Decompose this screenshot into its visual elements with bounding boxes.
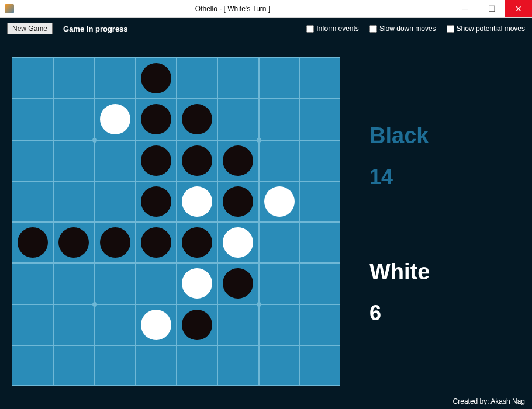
- board-cell[interactable]: [12, 99, 53, 140]
- checkbox-slow-down[interactable]: Slow down moves: [369, 25, 436, 33]
- board-cell[interactable]: [95, 222, 136, 263]
- board-cell[interactable]: [300, 345, 341, 386]
- board-cell[interactable]: [217, 58, 258, 99]
- checkbox-inform-events-input[interactable]: [306, 25, 314, 33]
- disc-white: [264, 186, 295, 217]
- checkbox-show-moves-input[interactable]: [447, 25, 454, 33]
- board-cell[interactable]: [177, 222, 217, 263]
- board-cell[interactable]: [12, 58, 53, 99]
- board-cell[interactable]: [136, 181, 177, 222]
- score-white-label: White: [369, 259, 532, 285]
- board-cell[interactable]: [217, 140, 258, 181]
- disc-black: [141, 104, 171, 134]
- checkbox-inform-events[interactable]: Inform events: [306, 25, 359, 33]
- board-cell[interactable]: [12, 181, 53, 222]
- board-cell[interactable]: [12, 345, 53, 386]
- board-cell[interactable]: [177, 263, 217, 304]
- board-cell[interactable]: [95, 263, 136, 304]
- board-cell[interactable]: [217, 99, 258, 140]
- disc-black: [58, 227, 89, 258]
- board-cell[interactable]: [300, 263, 341, 304]
- disc-black: [141, 145, 171, 176]
- board-cell[interactable]: [177, 140, 217, 181]
- board-cell[interactable]: [95, 181, 136, 222]
- board-cell[interactable]: [259, 304, 300, 345]
- board[interactable]: [12, 57, 340, 386]
- score-white: White 6: [369, 259, 532, 325]
- client-area: New Game Game in progress Inform events …: [0, 18, 532, 409]
- board-cell[interactable]: [53, 263, 94, 304]
- disc-black: [182, 104, 212, 134]
- board-cell[interactable]: [300, 58, 341, 99]
- board-cell[interactable]: [136, 222, 177, 263]
- disc-black: [141, 63, 171, 93]
- board-cell[interactable]: [136, 345, 177, 386]
- board-cell[interactable]: [259, 345, 300, 386]
- board-cell[interactable]: [259, 99, 300, 140]
- board-cell[interactable]: [53, 58, 94, 99]
- board-cell[interactable]: [95, 140, 136, 181]
- board-cell[interactable]: [95, 345, 136, 386]
- board-cell[interactable]: [217, 181, 258, 222]
- board-cell[interactable]: [53, 304, 94, 345]
- board-cell[interactable]: [95, 304, 136, 345]
- board-cell[interactable]: [217, 222, 258, 263]
- board-cell[interactable]: [259, 263, 300, 304]
- checkbox-label: Show potential moves: [457, 25, 525, 33]
- close-button[interactable]: ✕: [505, 0, 532, 17]
- disc-black: [141, 186, 171, 217]
- board-cell[interactable]: [136, 304, 177, 345]
- checkbox-show-moves[interactable]: Show potential moves: [447, 25, 525, 33]
- board-cell[interactable]: [53, 140, 94, 181]
- board-cell[interactable]: [177, 181, 217, 222]
- board-cell[interactable]: [217, 304, 258, 345]
- disc-black: [223, 186, 253, 217]
- window: Othello - [ White's Turn ] ─ ☐ ✕ New Gam…: [0, 0, 532, 409]
- board-cell[interactable]: [177, 304, 217, 345]
- main: Black 14 White 6 Created by: Akash Nag: [0, 40, 532, 409]
- credit: Created by: Akash Nag: [453, 397, 525, 405]
- board-cell[interactable]: [95, 99, 136, 140]
- minimize-button[interactable]: ─: [451, 0, 478, 17]
- board-cell[interactable]: [300, 140, 341, 181]
- disc-white: [100, 104, 130, 134]
- board-cell[interactable]: [12, 304, 53, 345]
- board-cell[interactable]: [300, 99, 341, 140]
- disc-black: [182, 310, 212, 340]
- maximize-button[interactable]: ☐: [478, 0, 505, 17]
- toolbar: New Game Game in progress Inform events …: [0, 18, 532, 40]
- board-cell[interactable]: [259, 58, 300, 99]
- disc-white: [223, 227, 253, 258]
- board-cell[interactable]: [53, 181, 94, 222]
- board-cell[interactable]: [12, 222, 53, 263]
- board-cell[interactable]: [95, 58, 136, 99]
- board-cell[interactable]: [217, 263, 258, 304]
- board-cell[interactable]: [259, 181, 300, 222]
- board-cell[interactable]: [300, 181, 341, 222]
- disc-black: [141, 227, 171, 258]
- disc-white: [182, 186, 212, 217]
- window-title: Othello - [ White's Turn ]: [14, 5, 451, 13]
- new-game-button[interactable]: New Game: [7, 23, 53, 34]
- board-cell[interactable]: [300, 304, 341, 345]
- checkbox-slow-down-input[interactable]: [369, 25, 377, 33]
- board-cell[interactable]: [259, 222, 300, 263]
- board-cell[interactable]: [53, 345, 94, 386]
- board-cell[interactable]: [136, 58, 177, 99]
- board-cell[interactable]: [177, 58, 217, 99]
- board-cell[interactable]: [300, 222, 341, 263]
- disc-black: [18, 227, 48, 258]
- disc-black: [182, 227, 212, 258]
- board-cell[interactable]: [136, 140, 177, 181]
- board-cell[interactable]: [177, 345, 217, 386]
- board-cell[interactable]: [136, 263, 177, 304]
- board-cell[interactable]: [12, 263, 53, 304]
- board-cell[interactable]: [53, 99, 94, 140]
- board-cell[interactable]: [12, 140, 53, 181]
- board-cell[interactable]: [259, 140, 300, 181]
- board-cell[interactable]: [136, 99, 177, 140]
- board-cell[interactable]: [217, 345, 258, 386]
- board-cell[interactable]: [53, 222, 94, 263]
- titlebar: Othello - [ White's Turn ] ─ ☐ ✕: [0, 0, 532, 18]
- board-cell[interactable]: [177, 99, 217, 140]
